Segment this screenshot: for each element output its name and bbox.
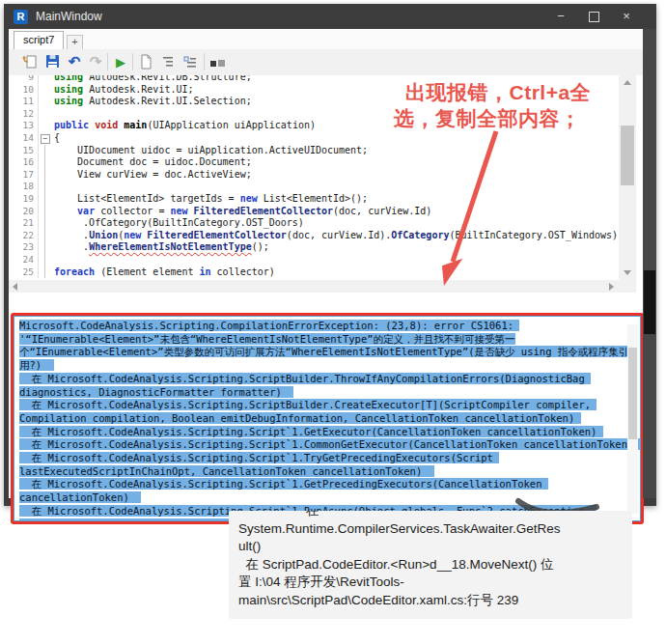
code-line: 19 List<ElementId> targetIds = new List<… [9, 193, 643, 206]
line-number: 9 [9, 75, 39, 84]
format-doc-icon [159, 53, 177, 70]
line-number: 21 [9, 217, 39, 230]
minimize-button[interactable]: − [544, 4, 577, 29]
code-line: 16 Document doc = uidoc.Document; [9, 156, 643, 169]
error-line: lastExecutedScriptInChainOpt, Cancellati… [19, 465, 640, 479]
new-doc-button[interactable] [136, 53, 155, 71]
open-script-icon [21, 53, 39, 70]
line-number: 13 [9, 120, 39, 132]
line-number: 11 [9, 96, 39, 108]
error-line: cancellationToken) [19, 491, 640, 505]
error-line: '“IEnumerable<Element>”未包含“WhereElementI… [19, 333, 640, 347]
format-selection-button[interactable] [180, 53, 200, 71]
breakpoint-button[interactable] [208, 53, 227, 71]
window-right-scroll-strip[interactable] [643, 29, 656, 498]
error-text: Microsoft.CodeAnalysis.Scripting.Compila… [14, 317, 640, 521]
line-number: 16 [9, 156, 39, 169]
scroll-thumb[interactable] [644, 270, 655, 334]
stack-trace-line: 在 [238, 511, 623, 520]
tab-bar: script7 + [9, 29, 643, 50]
toolbar-separator [204, 53, 205, 70]
scroll-thumb[interactable] [621, 126, 634, 185]
line-number: 18 [9, 181, 39, 193]
line-number: 19 [9, 193, 39, 206]
error-line: 个“IEnumerable<Element>”类型参数的可访问扩展方法“Wher… [19, 346, 640, 359]
line-number: 20 [9, 206, 39, 218]
fold-column [39, 169, 51, 182]
line-number: 15 [9, 145, 39, 157]
error-line: 在 Microsoft.CodeAnalysis.Scripting.Scrip… [19, 452, 640, 465]
maximize-icon [589, 12, 599, 22]
fold-column [39, 206, 51, 218]
error-panel[interactable]: Microsoft.CodeAnalysis.Scripting.Compila… [14, 316, 641, 521]
run-icon: ▶ [116, 55, 125, 70]
line-number: 23 [9, 241, 39, 254]
line-number: 12 [9, 108, 39, 121]
error-line: Microsoft.CodeAnalysis.Scripting.Compila… [19, 320, 640, 333]
line-number: 24 [9, 254, 39, 266]
fold-column [39, 230, 51, 242]
scroll-right-icon[interactable] [609, 283, 614, 291]
error-line: 在 Microsoft.CodeAnalysis.Scripting.Scrip… [19, 399, 640, 412]
redo-button[interactable]: ↷ [86, 53, 105, 71]
scroll-left-icon[interactable] [13, 283, 17, 291]
undo-icon: ↶ [69, 53, 81, 70]
fold-column [39, 181, 51, 193]
stack-trace-line: 置 I:\04 程序开发\RevitTools- [238, 574, 623, 592]
code-line: 15 UIDocument uidoc = uiApplication.Acti… [9, 145, 643, 157]
titlebar[interactable]: R MainWindow − × [4, 4, 656, 29]
code-line: 23 .WhereElementIsNotElementType(); [9, 241, 643, 254]
scroll-down-icon[interactable] [624, 270, 631, 275]
fold-column [39, 120, 51, 132]
run-button[interactable]: ▶ [111, 53, 130, 71]
error-line: 在 Microsoft.CodeAnalysis.Scripting.Scrip… [19, 438, 640, 452]
new-tab-button[interactable]: + [67, 35, 83, 50]
new-doc-icon [137, 53, 154, 70]
breakpoint-icon [210, 53, 225, 70]
app-logo-icon: R [14, 10, 28, 24]
code-line: 24 [9, 254, 643, 266]
close-button[interactable]: × [610, 4, 643, 29]
stack-trace-line: ult() [238, 538, 623, 556]
error-panel-highlight-border: Microsoft.CodeAnalysis.Scripting.Compila… [11, 313, 644, 524]
editor-hscrollbar[interactable] [9, 280, 636, 293]
error-line: diagnostics, DiagnosticFormatter formatt… [19, 386, 640, 400]
line-number: 10 [9, 84, 39, 97]
code-line: 18 [9, 181, 643, 193]
annotation-text: 出现报错，Ctrl+a全 选，复制全部内容； [394, 79, 635, 131]
code-line: 21 .OfCategory(BuiltInCategory.OST_Doors… [9, 217, 643, 230]
fold-column [39, 96, 51, 108]
fold-column [39, 193, 51, 206]
redo-icon: ↷ [90, 53, 102, 70]
error-vscrollbar[interactable] [627, 324, 638, 514]
code-line: 20 var collector = new FilteredElementCo… [9, 206, 643, 218]
error-line: 在 Microsoft.CodeAnalysis.Scripting.Scrip… [19, 373, 640, 386]
tab-script7[interactable]: script7 [14, 31, 64, 50]
code-line: 17 View curView = doc.ActiveView; [9, 169, 643, 182]
toolbar-separator [107, 53, 108, 70]
stack-trace-line: System.Runtime.CompilerServices.TaskAwai… [238, 520, 623, 539]
toolbar-separator [132, 53, 133, 70]
fold-column [39, 108, 51, 121]
code-line: 22 .Union(new FilteredElementCollector(d… [9, 230, 643, 242]
open-script-button[interactable] [20, 53, 40, 71]
stack-trace-line: 在 ScriptPad.CodeEditor.<Run>d__18.MoveNe… [238, 556, 623, 574]
save-button[interactable] [43, 53, 63, 71]
maximize-button[interactable] [577, 4, 610, 29]
scroll-thumb[interactable] [628, 348, 637, 439]
undo-button[interactable]: ↶ [65, 53, 84, 71]
line-number: 25 [9, 266, 39, 279]
code-line: 14−{ [9, 132, 643, 145]
fold-column [39, 241, 51, 254]
fold-column [39, 75, 51, 84]
format-doc-button[interactable] [158, 53, 178, 71]
error-line: 在 Microsoft.CodeAnalysis.Scripting.Scrip… [19, 478, 640, 491]
code-line: 25foreach (Element element in collector) [9, 266, 643, 279]
fold-marker-icon[interactable]: − [41, 134, 50, 144]
line-number: 14 [9, 132, 39, 145]
fold-column [39, 254, 51, 266]
stack-trace-line: main\src\ScriptPad\CodeEditor.xaml.cs:行号… [238, 592, 623, 610]
line-number: 22 [9, 230, 39, 242]
error-line: Compilation compilation, Boolean emitDeb… [19, 412, 640, 426]
fold-column [39, 266, 51, 279]
